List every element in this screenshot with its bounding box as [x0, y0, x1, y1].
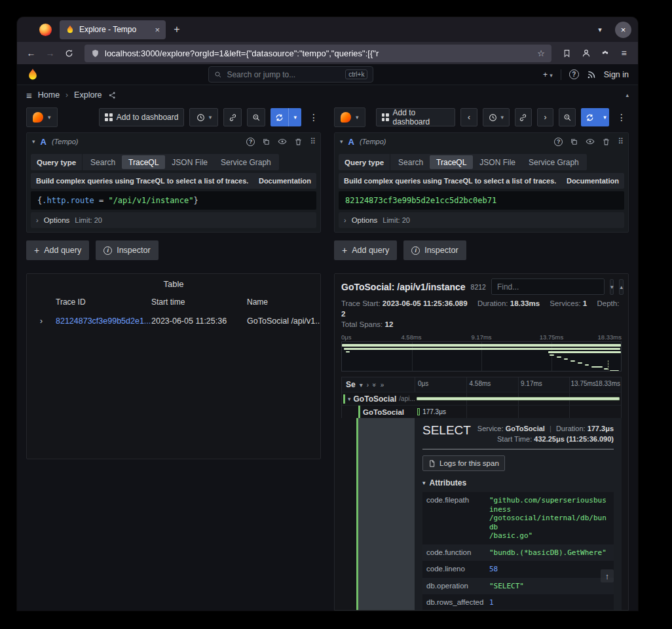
- breadcrumb-page[interactable]: Explore: [74, 90, 102, 100]
- span-timeline-cell[interactable]: 177.3μs: [415, 406, 621, 418]
- span-row-root[interactable]: ▾ GoToSocial /api...: [342, 392, 621, 405]
- attribute-row[interactable]: code.filepath"github.com/superseriousbus…: [422, 492, 614, 544]
- add-query-button[interactable]: + Add query: [334, 240, 397, 260]
- list-tabs-button[interactable]: ▾: [591, 26, 608, 34]
- copy-link-button[interactable]: [223, 108, 242, 126]
- caret-down-icon[interactable]: ▾: [599, 108, 609, 126]
- inspector-button[interactable]: i Inspector: [403, 240, 466, 260]
- column-name[interactable]: Name: [247, 297, 320, 307]
- new-button[interactable]: + ▾: [543, 70, 553, 79]
- drag-handle-icon[interactable]: ⠿: [618, 137, 623, 146]
- span-timeline-cell[interactable]: [415, 392, 621, 405]
- time-shift-forward-button[interactable]: ›: [537, 108, 554, 126]
- news-rss-icon[interactable]: [587, 70, 596, 79]
- sign-in-button[interactable]: Sign in: [604, 70, 629, 79]
- attributes-accordion[interactable]: ▾ Attributes: [422, 478, 614, 487]
- breadcrumb-home[interactable]: Home: [38, 90, 60, 100]
- query-help-icon[interactable]: ?: [246, 138, 255, 146]
- time-picker-button[interactable]: ▾: [189, 108, 218, 126]
- expand-all-icon[interactable]: »: [371, 383, 378, 387]
- shield-icon[interactable]: [91, 49, 100, 58]
- app-menu-button[interactable]: ≡: [615, 45, 633, 62]
- find-next-button[interactable]: ▾: [610, 279, 614, 295]
- url-text[interactable]: localhost:3000/explore?orgId=1&left={"da…: [105, 48, 532, 58]
- find-input[interactable]: [491, 278, 605, 295]
- span-row-selected[interactable]: GoToSocial 177.3μs: [342, 405, 621, 418]
- add-to-dashboard-button[interactable]: Add to dashboard: [99, 108, 185, 126]
- trace-minimap[interactable]: 0μs 4.58ms 9.17ms 13.75ms 18.33ms: [341, 334, 622, 372]
- tab-json-file[interactable]: JSON File: [165, 155, 214, 169]
- bookmark-star-icon[interactable]: ☆: [537, 48, 545, 58]
- span-duration-bar[interactable]: [417, 397, 620, 400]
- minimap-graph[interactable]: [341, 341, 622, 372]
- chevron-right-icon[interactable]: ›: [367, 381, 369, 389]
- documentation-link[interactable]: Documentation: [259, 177, 311, 185]
- new-tab-button[interactable]: +: [168, 21, 185, 38]
- run-query-button[interactable]: ▾: [581, 108, 609, 126]
- collapse-topbar-button[interactable]: ▴: [625, 92, 629, 98]
- attribute-row[interactable]: db.rows_affected1: [422, 594, 614, 610]
- extensions-button[interactable]: [596, 45, 614, 62]
- add-query-button[interactable]: + Add query: [26, 240, 89, 260]
- table-row[interactable]: › 82124873cf3e99b5d2e1... 2023-06-05 11:…: [27, 311, 320, 332]
- disable-query-eye-icon[interactable]: [586, 137, 595, 146]
- options-row[interactable]: › Options Limit: 20: [31, 212, 316, 228]
- tab-json-file[interactable]: JSON File: [473, 155, 522, 169]
- column-start-time[interactable]: Start time: [151, 297, 247, 307]
- datasource-picker[interactable]: ▾: [334, 107, 365, 127]
- pane-kebab-menu[interactable]: ⋮: [614, 112, 629, 123]
- tab-traceql[interactable]: TraceQL: [430, 155, 473, 169]
- span-duration-marker[interactable]: 177.3μs: [417, 408, 446, 415]
- tab-search[interactable]: Search: [392, 155, 430, 169]
- duplicate-query-icon[interactable]: [570, 138, 578, 146]
- delete-query-trash-icon[interactable]: [294, 138, 303, 146]
- zoom-out-button[interactable]: [559, 108, 576, 126]
- tab-service-graph[interactable]: Service Graph: [522, 155, 586, 169]
- collapse-query-icon[interactable]: ▾: [340, 138, 343, 145]
- run-query-button[interactable]: ▾: [271, 108, 301, 126]
- collapse-span-icon[interactable]: ▾: [348, 396, 351, 402]
- attribute-row[interactable]: code.lineno58: [422, 561, 614, 578]
- duplicate-query-icon[interactable]: [262, 138, 271, 146]
- help-button[interactable]: ?: [569, 69, 579, 79]
- attribute-row[interactable]: code.function"bundb.(*basicDB).GetWhere": [422, 544, 614, 562]
- url-bar[interactable]: localhost:3000/explore?orgId=1&left={"da…: [84, 45, 551, 62]
- tab-close-icon[interactable]: ×: [155, 26, 160, 34]
- span-name-cell[interactable]: GoToSocial: [342, 406, 415, 418]
- row-expander-icon[interactable]: ›: [27, 316, 56, 326]
- datasource-picker[interactable]: ▾: [26, 107, 58, 127]
- find-prev-button[interactable]: ▴: [619, 279, 624, 295]
- tab-search[interactable]: Search: [84, 155, 122, 169]
- options-row[interactable]: › Options Limit: 20: [339, 212, 624, 228]
- query-help-icon[interactable]: ?: [554, 138, 563, 146]
- pane-kebab-menu[interactable]: ⋮: [307, 112, 321, 123]
- disable-query-eye-icon[interactable]: [278, 137, 287, 146]
- collapse-all-icon[interactable]: »: [381, 381, 384, 389]
- traceql-code-editor[interactable]: {.http.route = "/api/v1/instance"}: [31, 191, 316, 210]
- mega-menu-button[interactable]: ≡: [26, 90, 32, 101]
- time-picker-button[interactable]: ▾: [483, 108, 510, 126]
- back-button[interactable]: ←: [22, 45, 40, 62]
- window-close-button[interactable]: ×: [615, 22, 631, 38]
- zoom-out-button[interactable]: [247, 108, 265, 126]
- attribute-row[interactable]: db.operation"SELECT": [422, 578, 614, 595]
- span-name-cell[interactable]: ▾ GoToSocial /api...: [342, 392, 415, 405]
- caret-down-icon[interactable]: ▾: [289, 108, 301, 126]
- grafana-logo[interactable]: [26, 68, 39, 81]
- column-trace-id[interactable]: Trace ID: [56, 297, 151, 307]
- copy-link-button[interactable]: [515, 108, 532, 126]
- service-operation-header[interactable]: Se ▾ › » »: [342, 377, 415, 392]
- inspector-button[interactable]: i Inspector: [96, 240, 158, 260]
- reload-button[interactable]: [60, 45, 78, 62]
- account-button[interactable]: [577, 45, 595, 62]
- trace-id-link[interactable]: 82124873cf3e99b5d2e1...: [56, 316, 151, 326]
- tab-service-graph[interactable]: Service Graph: [214, 155, 278, 169]
- drag-handle-icon[interactable]: ⠿: [310, 137, 315, 146]
- query-row-header[interactable]: ▾ A (Tempo) ? ⠿: [27, 133, 320, 150]
- time-shift-back-button[interactable]: ‹: [460, 108, 477, 126]
- add-to-dashboard-button[interactable]: Add to dashboard: [376, 108, 456, 126]
- collapse-query-icon[interactable]: ▾: [32, 138, 35, 145]
- documentation-link[interactable]: Documentation: [567, 177, 619, 185]
- query-row-header[interactable]: ▾ A (Tempo) ? ⠿: [335, 133, 628, 150]
- browser-tab[interactable]: Explore - Tempo ×: [60, 20, 166, 39]
